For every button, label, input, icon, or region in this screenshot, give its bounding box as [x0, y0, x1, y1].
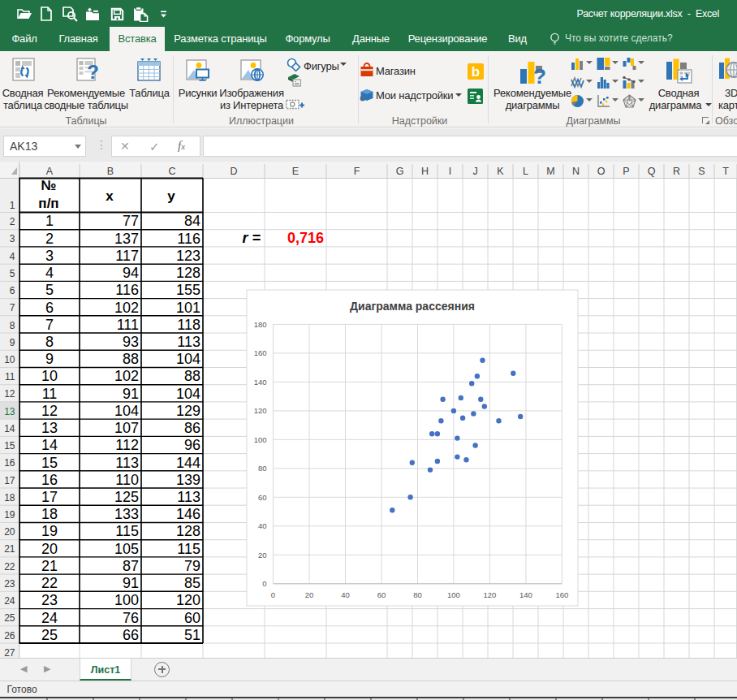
svg-text:128: 128 [176, 265, 200, 281]
svg-text:146: 146 [176, 506, 200, 522]
svg-text:21: 21 [41, 558, 58, 574]
svg-text:7: 7 [45, 317, 54, 333]
svg-text:R: R [673, 166, 680, 177]
svg-text:G: G [396, 166, 404, 177]
svg-text:93: 93 [123, 334, 139, 350]
svg-text:17: 17 [4, 475, 15, 486]
svg-text:137: 137 [114, 231, 139, 247]
svg-text:94: 94 [123, 265, 139, 281]
svg-text:20: 20 [4, 526, 15, 538]
svg-text:11: 11 [5, 371, 15, 382]
svg-text:51: 51 [184, 627, 200, 643]
svg-text:S: S [698, 166, 705, 177]
svg-text:O: O [597, 166, 606, 177]
svg-text:п/п: п/п [38, 196, 58, 211]
svg-text:x: x [106, 188, 114, 204]
svg-text:80: 80 [413, 590, 422, 599]
svg-text:r =: r = [242, 230, 261, 246]
svg-text:125: 125 [114, 489, 139, 505]
svg-text:24: 24 [4, 595, 15, 607]
svg-text:85: 85 [184, 575, 200, 591]
svg-text:19: 19 [41, 523, 58, 539]
svg-text:11: 11 [42, 386, 58, 402]
svg-text:24: 24 [41, 610, 58, 626]
svg-text:113: 113 [177, 334, 200, 350]
svg-text:L: L [523, 166, 528, 177]
svg-text:7: 7 [10, 302, 15, 313]
svg-text:104: 104 [176, 351, 200, 367]
svg-text:116: 116 [177, 231, 200, 247]
svg-text:120: 120 [254, 406, 267, 415]
svg-text:140: 140 [254, 378, 267, 387]
svg-text:4: 4 [45, 265, 54, 281]
svg-text:23: 23 [4, 578, 15, 590]
svg-text:60: 60 [258, 493, 267, 502]
svg-text:107: 107 [114, 420, 139, 436]
svg-text:E: E [292, 166, 299, 177]
svg-text:A: A [46, 166, 54, 177]
svg-text:91: 91 [123, 575, 139, 591]
svg-text:2: 2 [45, 231, 54, 247]
svg-text:17: 17 [41, 489, 58, 505]
svg-text:25: 25 [4, 612, 15, 624]
svg-text:y: y [167, 188, 175, 204]
svg-text:T: T [722, 166, 729, 177]
svg-text:104: 104 [176, 386, 200, 402]
svg-text:120: 120 [176, 592, 200, 608]
svg-text:?: ? [87, 61, 99, 81]
svg-text:4: 4 [10, 251, 15, 262]
svg-text:K: K [497, 166, 504, 177]
svg-text:80: 80 [258, 464, 267, 473]
svg-text:8: 8 [45, 334, 54, 350]
svg-text:12: 12 [4, 388, 15, 400]
svg-text:116: 116 [115, 282, 139, 298]
svg-text:100: 100 [447, 590, 460, 599]
svg-text:96: 96 [184, 437, 200, 453]
svg-text:40: 40 [258, 521, 267, 530]
svg-text:6: 6 [10, 285, 15, 296]
svg-text:5: 5 [10, 268, 15, 279]
svg-text:P: P [623, 166, 629, 177]
svg-text:100: 100 [114, 592, 139, 608]
svg-text:9: 9 [10, 337, 15, 348]
svg-text:104: 104 [114, 403, 139, 419]
svg-text:1: 1 [10, 200, 15, 211]
svg-text:60: 60 [377, 590, 386, 599]
svg-text:0,716: 0,716 [287, 230, 324, 246]
svg-text:18: 18 [41, 506, 58, 522]
svg-text:9: 9 [45, 351, 54, 367]
svg-text:Диаграмма рассеяния: Диаграмма рассеяния [350, 300, 475, 313]
svg-text:88: 88 [184, 368, 200, 384]
svg-text:16: 16 [41, 472, 58, 488]
svg-text:100: 100 [254, 435, 267, 444]
svg-text:140: 140 [519, 590, 532, 599]
svg-text:86: 86 [184, 420, 200, 436]
svg-text:0: 0 [262, 579, 266, 588]
svg-text:87: 87 [123, 558, 139, 574]
svg-text:?: ? [533, 64, 546, 85]
svg-text:13: 13 [4, 406, 15, 417]
svg-text:14: 14 [4, 423, 15, 434]
svg-text:18: 18 [4, 492, 15, 503]
svg-text:180: 180 [254, 320, 267, 329]
svg-text:15: 15 [4, 440, 15, 452]
svg-text:12: 12 [41, 403, 58, 419]
svg-text:25: 25 [41, 627, 58, 643]
svg-text:115: 115 [177, 541, 200, 557]
svg-text:27: 27 [4, 647, 15, 658]
svg-text:16: 16 [4, 457, 15, 469]
svg-text:155: 155 [176, 282, 200, 298]
svg-text:160: 160 [555, 590, 568, 599]
svg-text:40: 40 [341, 590, 350, 599]
svg-text:19: 19 [4, 509, 15, 521]
svg-text:C: C [168, 166, 175, 177]
svg-text:6: 6 [45, 300, 54, 316]
svg-text:66: 66 [123, 627, 139, 643]
svg-text:14: 14 [41, 437, 58, 453]
svg-text:23: 23 [41, 592, 58, 608]
svg-text:b: b [472, 64, 480, 80]
svg-text:13: 13 [41, 420, 58, 436]
svg-text:77: 77 [123, 213, 139, 229]
svg-text:22: 22 [41, 575, 58, 591]
svg-text:15: 15 [41, 455, 58, 471]
